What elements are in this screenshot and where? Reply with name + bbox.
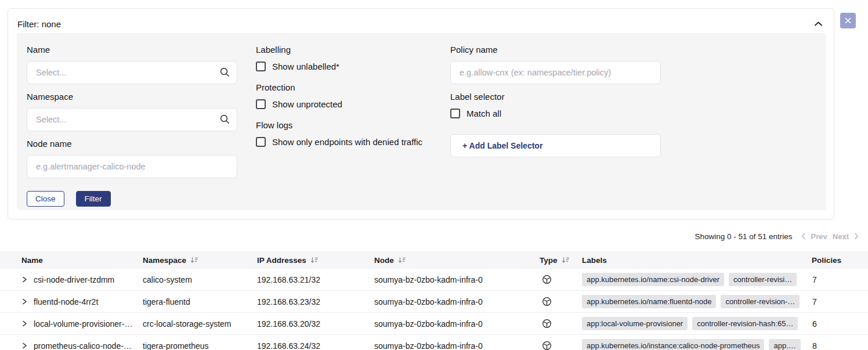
filter-column-middle: Labelling Show unlabelled* Protection Sh… (256, 45, 450, 158)
search-icon (219, 67, 230, 78)
policy-name-input[interactable] (450, 61, 661, 84)
sort-icon[interactable] (398, 257, 406, 264)
denied-traffic-label: Show only endpoints with denied traffic (272, 137, 422, 147)
add-label-selector-button[interactable]: + Add Label Selector (450, 134, 661, 157)
expand-row-icon[interactable] (21, 276, 28, 283)
label-chip: app.kubernetes.io/instance:calico-node-p… (582, 339, 764, 350)
pod-icon (542, 275, 552, 284)
entries-summary: Showing 0 - 51 of 51 entries (695, 232, 793, 241)
sort-icon[interactable] (562, 257, 570, 264)
pagination: Showing 0 - 51 of 51 entries Prev Next (695, 230, 859, 242)
label-chip: app.… (769, 339, 800, 350)
column-header-node[interactable]: Node (374, 256, 540, 265)
search-icon (219, 114, 230, 125)
table-header-row: Name Namespace IP Addresses Node Type (0, 251, 868, 269)
filter-column-left: Name Namespace Node name Close Filt (27, 45, 237, 207)
policies-count: 6 (806, 319, 868, 329)
endpoint-namespace: tigera-prometheus (143, 341, 257, 350)
endpoint-name[interactable]: fluentd-node-4rr2t (34, 297, 98, 306)
endpoint-ip: 192.168.63.20/32 (257, 319, 374, 329)
filter-column-right: Policy name Label selector Match all + A… (450, 45, 661, 157)
column-header-namespace[interactable]: Namespace (143, 256, 257, 265)
match-all-label: Match all (466, 109, 501, 118)
node-name-input[interactable] (27, 155, 237, 178)
filter-panel-header: Filter: none (17, 15, 825, 33)
column-header-policies: Policies (806, 256, 868, 265)
label-chip: app.kubernetes.io/name:csi-node-driver (582, 273, 724, 286)
namespace-select-input[interactable] (27, 108, 237, 131)
pod-icon (542, 341, 552, 350)
show-unprotected-checkbox[interactable] (256, 99, 266, 109)
endpoint-name[interactable]: prometheus-calico-node-… (34, 341, 132, 350)
filter-button[interactable]: Filter (76, 191, 111, 207)
sort-icon[interactable] (310, 257, 319, 264)
label-selector-label: Label selector (450, 92, 661, 102)
expand-row-icon[interactable] (21, 320, 28, 327)
endpoint-node: soumya-bz-0zbo-kadm-infra-0 (374, 341, 540, 350)
protection-label: Protection (256, 82, 450, 93)
endpoint-node: soumya-bz-0zbo-kadm-infra-0 (374, 275, 540, 284)
endpoint-node: soumya-bz-0zbo-kadm-infra-0 (374, 297, 540, 306)
next-button[interactable]: Next (833, 232, 849, 241)
endpoint-ip: 192.168.63.24/32 (257, 341, 374, 350)
filter-form-area: Name Namespace Node name Close Filt (17, 33, 826, 210)
show-unlabelled-label: Show unlabelled* (272, 62, 339, 71)
endpoints-table: Name Namespace IP Addresses Node Type (0, 251, 868, 350)
show-unlabelled-checkbox[interactable] (256, 62, 266, 71)
label-chip: controller-revisi… (729, 273, 797, 286)
label-chip: app:local-volume-provisioner (582, 317, 688, 330)
table-row: fluentd-node-4rr2t tigera-fluentd 192.16… (0, 291, 868, 313)
pod-icon (542, 297, 552, 306)
table-row: csi-node-driver-tzdmm calico-system 192.… (0, 269, 868, 291)
close-panel-button[interactable] (840, 13, 856, 28)
collapse-panel-button[interactable] (811, 17, 825, 31)
prev-button[interactable]: Prev (811, 232, 827, 241)
show-unprotected-label: Show unprotected (272, 99, 342, 109)
table-row: local-volume-provisioner-… crc-local-sto… (0, 313, 868, 335)
label-chip: controller-revision-… (721, 295, 800, 308)
flow-logs-label: Flow logs (256, 120, 450, 131)
endpoint-namespace: crc-local-storage-system (143, 319, 257, 329)
prev-chevron-icon[interactable] (801, 233, 806, 240)
chevron-up-icon (814, 21, 823, 27)
endpoint-name[interactable]: csi-node-driver-tzdmm (34, 275, 114, 284)
policies-count: 7 (806, 297, 868, 306)
column-header-name[interactable]: Name (0, 256, 143, 265)
column-header-type[interactable]: Type (540, 256, 582, 265)
expand-row-icon[interactable] (21, 298, 28, 305)
endpoint-ip: 192.168.63.23/32 (257, 297, 374, 306)
column-header-labels: Labels (582, 256, 806, 265)
endpoint-namespace: tigera-fluentd (143, 297, 257, 306)
filter-panel-title: Filter: none (17, 19, 61, 29)
endpoint-node: soumya-bz-0zbo-kadm-infra-0 (374, 319, 540, 329)
label-chip: controller-revision-hash:65… (692, 317, 798, 330)
node-name-field-label: Node name (27, 139, 237, 149)
expand-row-icon[interactable] (21, 342, 28, 349)
endpoint-namespace: calico-system (143, 275, 257, 284)
sort-icon[interactable] (190, 257, 198, 264)
policies-count: 8 (806, 341, 868, 350)
namespace-field-label: Namespace (27, 92, 237, 102)
column-header-ip-addresses[interactable]: IP Addresses (257, 256, 374, 265)
policies-count: 7 (806, 275, 868, 284)
next-chevron-icon[interactable] (854, 233, 859, 240)
endpoint-ip: 192.168.63.21/32 (257, 275, 374, 284)
table-row: prometheus-calico-node-… tigera-promethe… (0, 335, 868, 350)
name-select-input[interactable] (27, 61, 237, 84)
match-all-checkbox[interactable] (450, 109, 460, 118)
close-icon (845, 17, 851, 24)
policy-name-label: Policy name (450, 45, 661, 55)
label-chip: app.kubernetes.io/name:fluentd-node (582, 295, 716, 308)
endpoint-name[interactable]: local-volume-provisioner-… (34, 319, 132, 329)
denied-traffic-checkbox[interactable] (256, 137, 266, 147)
close-button[interactable]: Close (27, 191, 64, 207)
name-field-label: Name (27, 45, 237, 55)
labelling-label: Labelling (256, 45, 450, 55)
pod-icon (542, 319, 552, 329)
filter-panel: Filter: none Name Namespace (8, 8, 834, 219)
